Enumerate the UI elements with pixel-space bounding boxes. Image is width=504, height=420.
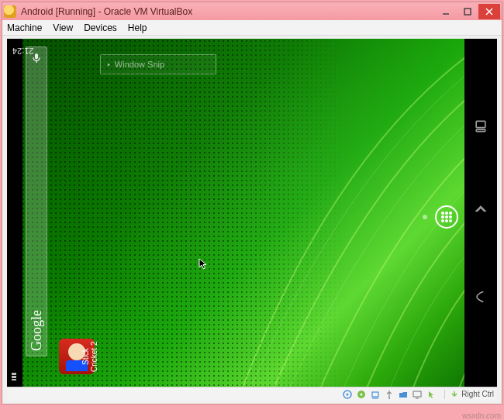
svg-rect-5: [12, 376, 16, 378]
vb-optical-icon[interactable]: [356, 389, 367, 400]
menu-devices[interactable]: Devices: [84, 22, 117, 33]
app-shortcut-stickcricket2[interactable]: Stick Cricket 2: [57, 339, 97, 377]
nav-back-button[interactable]: [473, 289, 488, 308]
svg-rect-13: [372, 392, 378, 397]
google-search-widget[interactable]: Google: [26, 46, 47, 356]
widget-placeholder[interactable]: Window Snip: [100, 54, 216, 74]
vb-mouse-integration-icon[interactable]: [426, 389, 437, 400]
wallpaper-dots: [7, 39, 497, 387]
mouse-cursor: [198, 257, 210, 273]
apps-grid-icon: [441, 212, 452, 222]
android-navbar: [464, 39, 497, 387]
android-statusbar[interactable]: 21:24: [7, 39, 22, 387]
google-logo: Google: [29, 310, 45, 351]
app-label: Stick Cricket 2: [81, 339, 98, 375]
virtualbox-window: Android [Running] - Oracle VM VirtualBox…: [2, 2, 502, 405]
page-indicator: [423, 215, 427, 219]
window-title: Android [Running] - Oracle VM VirtualBox: [21, 6, 435, 17]
minimize-button[interactable]: [435, 4, 457, 19]
app-drawer-button[interactable]: [435, 205, 458, 229]
svg-rect-7: [476, 121, 485, 127]
nav-home-button[interactable]: [473, 204, 488, 222]
hostkey-indicator[interactable]: Right Ctrl: [444, 390, 494, 399]
titlebar[interactable]: Android [Running] - Oracle VM VirtualBox: [2, 2, 502, 20]
vb-display-icon[interactable]: [412, 389, 423, 400]
menubar: Machine View Devices Help: [2, 20, 502, 36]
svg-point-12: [361, 393, 363, 395]
menu-help[interactable]: Help: [128, 22, 147, 33]
maximize-button[interactable]: [457, 4, 478, 19]
android-homescreen[interactable]: 21:24 Google Window Snip Stick Cricket 2: [7, 39, 497, 387]
virtualbox-statusbar: Right Ctrl: [7, 387, 497, 401]
vb-network-icon[interactable]: [370, 389, 381, 400]
svg-rect-4: [12, 373, 16, 375]
svg-rect-16: [413, 391, 421, 397]
status-settings-icon: [9, 372, 19, 383]
widget-placeholder-label: Window Snip: [115, 60, 164, 69]
svg-point-15: [388, 398, 390, 399]
vb-hdd-icon[interactable]: [342, 389, 353, 400]
hostkey-arrow-icon: [450, 390, 459, 399]
watermark: wsxdn.com: [462, 411, 501, 420]
svg-rect-1: [464, 9, 471, 15]
nav-recent-button[interactable]: [473, 119, 488, 137]
svg-rect-6: [12, 379, 16, 380]
virtualbox-icon: [4, 5, 16, 18]
hostkey-label: Right Ctrl: [461, 390, 494, 398]
close-button[interactable]: [478, 4, 500, 19]
svg-rect-8: [476, 129, 485, 132]
menu-view[interactable]: View: [53, 22, 73, 33]
mic-icon[interactable]: [30, 52, 43, 67]
vb-usb-icon[interactable]: [384, 389, 395, 400]
menu-machine[interactable]: Machine: [7, 22, 42, 33]
vm-display[interactable]: 21:24 Google Window Snip Stick Cricket 2: [7, 39, 497, 387]
vb-shared-folders-icon[interactable]: [398, 389, 409, 400]
svg-point-10: [347, 393, 349, 395]
